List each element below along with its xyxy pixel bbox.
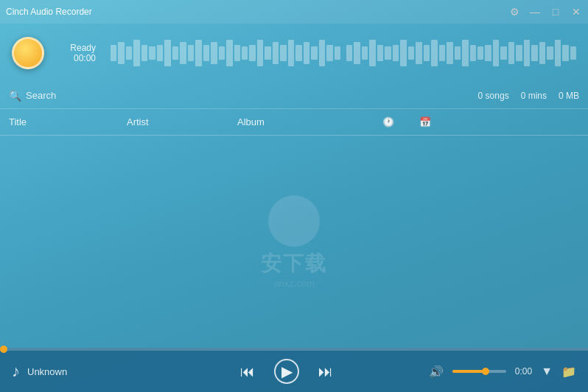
search-area[interactable]: 🔍 Search [9,90,56,102]
record-button[interactable] [12,37,44,69]
waveform-bar [141,45,147,62]
waveform-left [111,39,340,67]
waveform-bar [500,46,506,59]
waveform-bar [539,42,545,64]
watermark-text: 安下载 [261,250,327,278]
waveform-bar [462,40,468,66]
prev-button[interactable]: ⏮ [236,360,259,383]
status-text: Ready [70,43,96,53]
right-controls: 🔊 0:00 ▼ 📁 [429,365,576,379]
waveform-bar [516,45,522,62]
waveform-bar [431,40,437,66]
stats-area: 0 songs 0 mins 0 MB [478,91,579,101]
waveform-bar [257,40,263,66]
settings-button[interactable]: ⚙ [508,6,520,18]
waveform-bar [280,45,286,62]
volume-icon: 🔊 [429,365,444,379]
column-album: Album [237,116,370,127]
watermark-icon: 🛡 [268,195,320,247]
waveform-bar [362,46,368,59]
time-display: 0:00 [515,366,532,377]
volume-fill [452,370,485,373]
waveform-bar [234,45,240,62]
waveform-bar [288,40,294,66]
waveform-bar [547,46,553,59]
waveform-bar [524,40,530,66]
waveform-bar [570,46,576,59]
date-icon: 📅 [419,116,431,127]
search-label: Search [26,90,56,101]
waveform-bar [477,46,483,59]
waveform-bar [188,45,194,62]
waveform-bar [126,46,132,59]
size-count: 0 MB [559,91,579,101]
waveform-bar [242,46,248,59]
table-header: Title Artist Album 🕐 📅 [0,109,588,136]
song-name: Unknown [27,366,67,377]
waveform-bar [273,42,279,64]
column-duration: 🕐 [370,116,407,127]
waveform-bar [485,45,491,62]
waveform-bar [562,45,568,62]
waveform-bar [226,40,232,66]
waveform-right [346,39,576,67]
waveform-bar [249,45,255,62]
waveform-bar [195,40,201,66]
waveform-bar [164,40,170,66]
minimize-button[interactable]: — [529,6,541,18]
waveform-bar [408,46,414,59]
waveform-bar [203,45,209,62]
column-artist: Artist [127,116,237,127]
waveform-bar [265,46,270,59]
waveform-bar [335,46,340,59]
music-icon: ♪ [12,362,20,381]
waveform-bar [354,42,360,64]
main-content: 🛡 安下载 anxz.com [0,136,588,348]
status-area: Ready 00:00 [59,43,96,63]
waveform-bar [111,45,116,62]
waveform-bar [385,46,391,59]
waveform-bar [149,46,155,59]
song-info: ♪ Unknown [12,362,144,381]
waveform-bar [555,40,561,66]
maximize-button[interactable]: □ [550,6,561,18]
songs-count: 0 songs [478,91,509,101]
waveform-bar [400,40,406,66]
waveform-bar [133,40,139,66]
folder-button[interactable]: 📁 [561,365,576,379]
waveform-bar [118,42,124,64]
top-section: Ready 00:00 [0,24,588,83]
waveform-bar [424,45,430,62]
waveform-bar [416,42,421,64]
toolbar: 🔍 Search 0 songs 0 mins 0 MB [0,83,588,109]
window-controls: ⚙ — □ ✕ [508,0,582,24]
close-button[interactable]: ✕ [570,6,582,18]
waveform-bar [180,42,186,64]
watermark: 🛡 安下载 anxz.com [261,195,327,289]
waveform-bar [295,45,301,62]
waveform-bar [493,40,499,66]
waveform-bar [219,46,225,59]
waveform-bar [455,46,461,59]
playback-controls: ⏮ ▶ ⏭ [153,359,420,384]
volume-handle[interactable] [482,368,489,375]
waveform-bar [369,40,375,66]
waveform-bar [439,45,445,62]
waveform-bar [304,42,309,64]
waveform-bar [211,42,217,64]
bottom-bar: ♪ Unknown ⏮ ▶ ⏭ 🔊 0:00 ▼ 📁 [0,348,588,392]
waveform-bar [172,46,178,59]
column-date: 📅 [407,116,444,127]
progress-track[interactable] [0,348,588,351]
duration-icon: 🕐 [382,116,394,127]
play-button[interactable]: ▶ [274,359,299,384]
progress-handle[interactable] [0,346,7,353]
next-button[interactable]: ⏭ [314,360,337,383]
waveform-bar [470,45,476,62]
app-title: Cinch Audio Recorder [6,7,92,17]
column-title: Title [9,116,127,127]
watermark-sub: anxz.com [261,278,327,289]
volume-slider[interactable] [452,370,506,373]
waveform-bar [311,46,317,59]
filter-button[interactable]: ▼ [541,365,553,378]
